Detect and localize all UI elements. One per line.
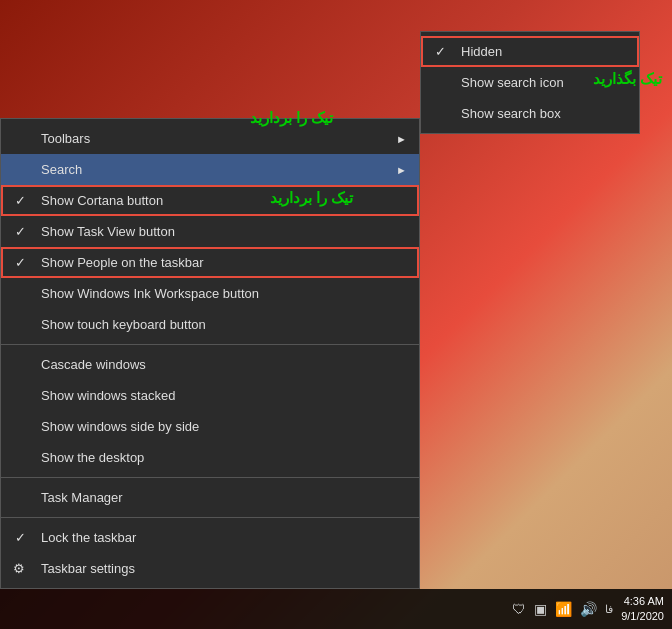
task-manager-label: Task Manager (41, 490, 123, 505)
show-search-icon-label: Show search icon (461, 75, 564, 90)
check-icon: ✓ (15, 255, 26, 270)
menu-item-show-people[interactable]: ✓ Show People on the taskbar (1, 247, 419, 278)
check-icon: ✓ (15, 530, 26, 545)
separator-2 (1, 477, 419, 478)
show-windows-side-label: Show windows side by side (41, 419, 199, 434)
annotation-people: تیک را بردارید (270, 189, 353, 207)
language-icon: فا (605, 603, 613, 616)
annotation-hidden: تیک بگذارید (593, 70, 662, 88)
arrow-icon: ► (396, 164, 407, 176)
time-display: 4:36 AM (621, 594, 664, 609)
menu-item-show-windows-side[interactable]: Show windows side by side (1, 411, 419, 442)
gear-icon: ⚙ (13, 561, 25, 576)
check-icon: ✓ (15, 193, 26, 208)
arrow-icon: ► (396, 133, 407, 145)
menu-item-show-desktop[interactable]: Show the desktop (1, 442, 419, 473)
show-windows-ink-label: Show Windows Ink Workspace button (41, 286, 259, 301)
show-cortana-label: Show Cortana button (41, 193, 163, 208)
nvidia-icon: ▣ (534, 601, 547, 617)
separator-3 (1, 517, 419, 518)
taskbar-clock[interactable]: 4:36 AM 9/1/2020 (621, 594, 664, 625)
cascade-windows-label: Cascade windows (41, 357, 146, 372)
menu-item-toolbars[interactable]: Toolbars ► (1, 123, 419, 154)
menu-item-show-cortana[interactable]: ✓ Show Cortana button (1, 185, 419, 216)
taskbar: 🛡 ▣ 📶 🔊 فا 4:36 AM 9/1/2020 (0, 589, 672, 629)
check-icon: ✓ (15, 224, 26, 239)
menu-item-show-windows-ink[interactable]: Show Windows Ink Workspace button (1, 278, 419, 309)
submenu-item-show-search-box[interactable]: Show search box (421, 98, 639, 129)
volume-icon: 🔊 (580, 601, 597, 617)
menu-item-lock-taskbar[interactable]: ✓ Lock the taskbar (1, 522, 419, 553)
taskbar-settings-label: Taskbar settings (41, 561, 135, 576)
separator-1 (1, 344, 419, 345)
wifi-icon: 📶 (555, 601, 572, 617)
menu-item-taskbar-settings[interactable]: ⚙ Taskbar settings (1, 553, 419, 584)
menu-item-search[interactable]: Search ► (1, 154, 419, 185)
hidden-label: Hidden (461, 44, 502, 59)
menu-item-show-windows-stacked[interactable]: Show windows stacked (1, 380, 419, 411)
taskbar-system-icons: 🛡 ▣ 📶 🔊 فا (512, 601, 613, 617)
date-display: 9/1/2020 (621, 609, 664, 624)
menu-item-show-touch-keyboard[interactable]: Show touch keyboard button (1, 309, 419, 340)
show-search-box-label: Show search box (461, 106, 561, 121)
submenu-item-hidden[interactable]: ✓ Hidden (421, 36, 639, 67)
context-menu: Toolbars ► Search ► ✓ Show Cortana butto… (0, 118, 420, 589)
menu-item-cascade-windows[interactable]: Cascade windows (1, 349, 419, 380)
toolbars-label: Toolbars (41, 131, 90, 146)
show-touch-keyboard-label: Show touch keyboard button (41, 317, 206, 332)
menu-item-task-manager[interactable]: Task Manager (1, 482, 419, 513)
annotation-cortana: تیک را بردارید (250, 109, 333, 127)
lock-taskbar-label: Lock the taskbar (41, 530, 136, 545)
shield-icon: 🛡 (512, 601, 526, 617)
check-icon: ✓ (435, 44, 446, 59)
search-label: Search (41, 162, 82, 177)
show-people-label: Show People on the taskbar (41, 255, 204, 270)
show-desktop-label: Show the desktop (41, 450, 144, 465)
show-task-view-label: Show Task View button (41, 224, 175, 239)
menu-item-show-task-view[interactable]: ✓ Show Task View button (1, 216, 419, 247)
show-windows-stacked-label: Show windows stacked (41, 388, 175, 403)
